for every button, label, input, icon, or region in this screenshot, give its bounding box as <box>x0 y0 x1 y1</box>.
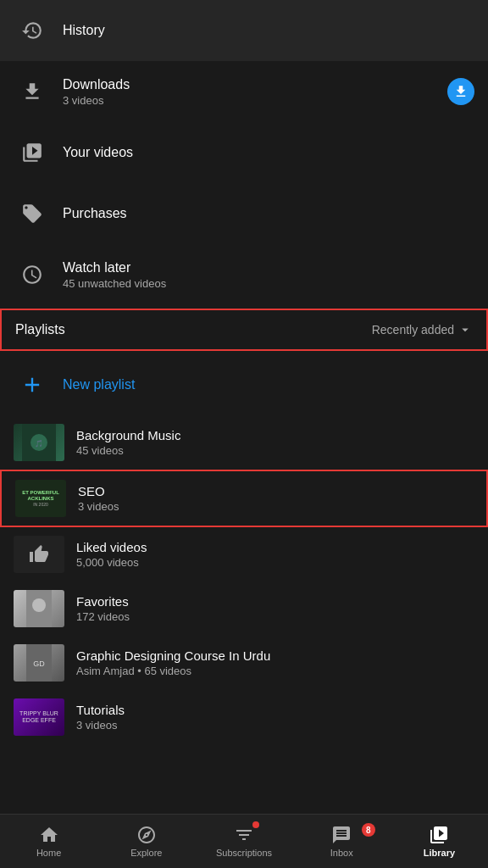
svg-point-4 <box>32 598 46 612</box>
explore-icon <box>136 825 157 845</box>
plus-icon <box>14 366 51 403</box>
playlist-item-5[interactable]: TRIPPY BLUREDGE EFFE Tutorials 3 videos <box>0 690 488 744</box>
playlist-info-1: SEO 3 videos <box>78 484 473 513</box>
your-videos-label: Your videos <box>63 145 474 160</box>
playlists-title: Playlists <box>15 322 65 337</box>
playlist-name-0: Background Music <box>76 428 474 442</box>
playlist-info-3: Favorites 172 videos <box>76 594 474 623</box>
playlist-meta-5: 3 videos <box>76 719 474 732</box>
new-playlist-item[interactable]: New playlist <box>0 354 488 415</box>
library-icon <box>429 825 449 845</box>
playlist-info-5: Tutorials 3 videos <box>76 703 474 732</box>
playlist-meta-3: 172 videos <box>76 610 474 623</box>
playlist-item-4[interactable]: GD Graphic Designing Course In Urdu Asim… <box>0 636 488 690</box>
playlist-name-3: Favorites <box>76 594 474 609</box>
history-text: History <box>63 23 474 38</box>
playlist-item-2[interactable]: Liked videos 5,000 videos <box>0 527 488 581</box>
playlist-info-4: Graphic Designing Course In Urdu Asim Am… <box>76 648 474 677</box>
downloads-item[interactable]: Downloads 3 videos <box>0 61 488 122</box>
watch-later-sub: 45 unwatched videos <box>63 277 474 290</box>
playlists-container: 🎵 Background Music 45 videos ET POWERFUL… <box>0 415 488 744</box>
inbox-icon <box>331 825 352 845</box>
inbox-badge: 8 <box>362 823 375 837</box>
playlist-info-2: Liked videos 5,000 videos <box>76 540 474 569</box>
your-videos-text: Your videos <box>63 145 474 160</box>
download-badge <box>447 78 474 105</box>
playlist-meta-1: 3 videos <box>78 500 473 513</box>
playlist-name-5: Tutorials <box>76 703 474 717</box>
svg-text:🎵: 🎵 <box>35 439 43 448</box>
nav-home-label: Home <box>36 848 61 858</box>
watch-later-icon <box>14 256 51 293</box>
nav-inbox[interactable]: 8 Inbox <box>293 818 391 865</box>
playlist-item-1[interactable]: ET POWERFUL ACKLINKS IN 2020 SEO 3 video… <box>0 470 488 527</box>
nav-subscriptions[interactable]: Subscriptions <box>195 818 292 865</box>
playlist-info-0: Background Music 45 videos <box>76 428 474 457</box>
recently-added-label: Recently added <box>372 323 454 337</box>
your-videos-icon <box>14 134 51 171</box>
playlist-meta-4: Asim Amjad • 65 videos <box>76 665 474 677</box>
nav-home[interactable]: Home <box>0 818 97 865</box>
playlists-header: Playlists Recently added <box>0 309 488 351</box>
playlist-name-1: SEO <box>78 484 473 498</box>
purchases-text: Purchases <box>63 206 474 221</box>
nav-library-label: Library <box>424 848 455 858</box>
nav-inbox-label: Inbox <box>330 848 353 858</box>
history-label: History <box>63 23 474 38</box>
nav-subscriptions-label: Subscriptions <box>216 848 272 858</box>
playlist-item-0[interactable]: 🎵 Background Music 45 videos <box>0 415 488 470</box>
new-playlist-label: New playlist <box>63 377 135 392</box>
nav-explore-label: Explore <box>130 848 162 858</box>
main-content: History Downloads 3 videos Your videos P… <box>0 0 488 804</box>
downloads-icon <box>14 73 51 110</box>
playlist-meta-2: 5,000 videos <box>76 556 474 569</box>
bottom-nav: Home Explore Subscriptions 8 Inbox Libra… <box>0 814 488 868</box>
playlist-meta-0: 45 videos <box>76 444 474 457</box>
subscriptions-badge-dot <box>252 821 259 828</box>
watch-later-label: Watch later <box>63 260 474 275</box>
purchases-item[interactable]: Purchases <box>0 183 488 244</box>
home-icon <box>39 825 59 845</box>
purchases-icon <box>14 195 51 232</box>
downloads-text: Downloads 3 videos <box>63 77 474 107</box>
history-item[interactable]: History <box>0 0 488 61</box>
svg-text:GD: GD <box>33 659 45 668</box>
watch-later-text: Watch later 45 unwatched videos <box>63 260 474 290</box>
recently-added-sort[interactable]: Recently added <box>372 322 473 337</box>
nav-explore[interactable]: Explore <box>97 818 195 865</box>
downloads-label: Downloads <box>63 77 474 92</box>
downloads-sub: 3 videos <box>63 94 474 107</box>
subscriptions-icon <box>234 825 254 845</box>
your-videos-item[interactable]: Your videos <box>0 122 488 183</box>
history-icon <box>14 12 51 49</box>
playlist-name-4: Graphic Designing Course In Urdu <box>76 648 474 663</box>
chevron-down-icon <box>458 322 473 337</box>
watch-later-item[interactable]: Watch later 45 unwatched videos <box>0 244 488 305</box>
playlist-name-2: Liked videos <box>76 540 474 554</box>
playlist-item-3[interactable]: Favorites 172 videos <box>0 581 488 636</box>
purchases-label: Purchases <box>63 206 474 221</box>
nav-library[interactable]: Library <box>391 818 488 865</box>
